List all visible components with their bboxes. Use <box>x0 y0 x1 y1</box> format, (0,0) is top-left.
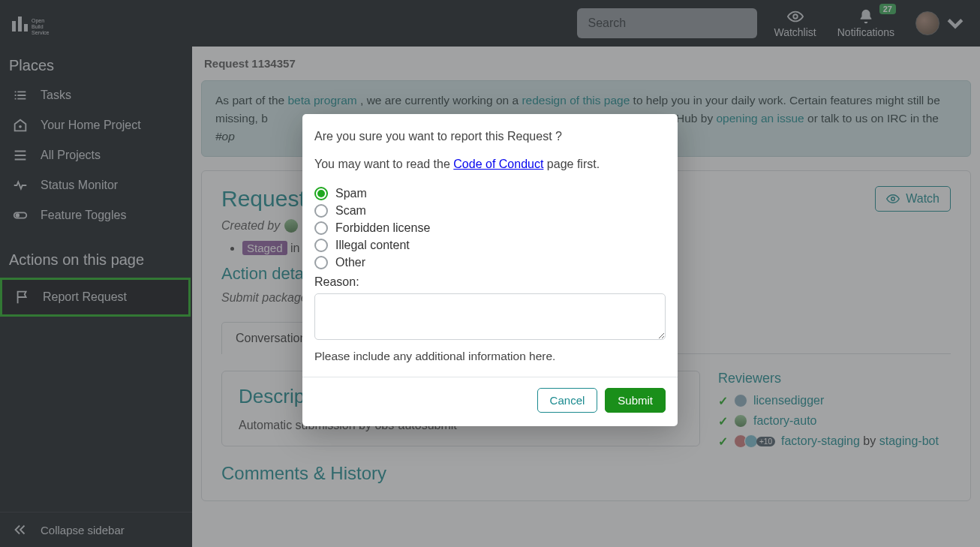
radio-icon <box>314 221 328 235</box>
report-reason-option[interactable]: Illegal content <box>314 239 666 252</box>
reason-hint: Please include any additional informatio… <box>314 350 666 363</box>
modal-title: Are you sure you want to report this Req… <box>314 128 666 145</box>
modal-text: You may want to read the <box>314 158 453 170</box>
modal-coc-line: You may want to read the Code of Conduct… <box>314 155 666 173</box>
report-reason-option[interactable]: Scam <box>314 204 666 218</box>
report-reason-option[interactable]: Other <box>314 256 666 269</box>
reason-textarea[interactable] <box>314 293 666 340</box>
report-request-modal: Are you sure you want to report this Req… <box>302 114 678 426</box>
radio-label: Spam <box>335 187 367 200</box>
radio-label: Forbidden license <box>335 221 430 235</box>
radio-label: Scam <box>335 204 366 218</box>
code-of-conduct-link[interactable]: Code of Conduct <box>453 158 543 170</box>
radio-icon <box>314 256 328 269</box>
cancel-button[interactable]: Cancel <box>537 388 598 413</box>
radio-icon <box>314 187 328 200</box>
radio-label: Other <box>335 256 365 269</box>
modal-text: page first. <box>543 158 600 170</box>
reason-label: Reason: <box>314 275 666 289</box>
report-reason-option[interactable]: Spam <box>314 187 666 200</box>
submit-button[interactable]: Submit <box>605 388 666 413</box>
radio-label: Illegal content <box>335 239 410 252</box>
radio-icon <box>314 239 328 252</box>
report-reason-group: SpamScamForbidden licenseIllegal content… <box>314 187 666 269</box>
radio-icon <box>314 204 328 218</box>
report-reason-option[interactable]: Forbidden license <box>314 221 666 235</box>
modal-divider <box>302 377 678 377</box>
